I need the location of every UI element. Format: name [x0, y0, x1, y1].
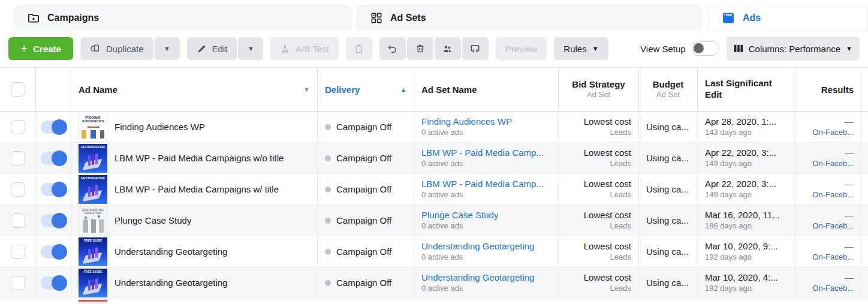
pixel-code-icon [469, 43, 481, 55]
columns-button[interactable]: Columns: Performance ▼ [727, 37, 860, 61]
chevron-down-icon: ▼ [303, 86, 310, 93]
column-header-last-edit[interactable]: Last Significant Edit [698, 68, 795, 111]
undo-button[interactable] [379, 37, 406, 60]
results-value: — [845, 178, 854, 190]
ad-name[interactable]: Understanding Geotargeting [114, 278, 227, 288]
ads-icon [721, 11, 736, 25]
budget-value: Using ca... [646, 246, 689, 257]
pixel-button[interactable] [462, 37, 489, 60]
last-edit-date: Apr 22, 2020, 3:... [705, 147, 776, 159]
chevron-down-icon: ▼ [592, 46, 599, 52]
last-edit-date: Mar 10, 2020, 9:... [705, 240, 778, 252]
select-all-checkbox[interactable] [11, 82, 25, 97]
last-edit-date: Mar 16, 2020, 11... [705, 209, 780, 221]
column-header-ad-name[interactable]: Ad Name ▼ [71, 68, 318, 111]
ad-thumbnail: GEOTARGETING CASE STUDY [79, 206, 107, 235]
edit-dropdown-button[interactable]: ▼ [238, 37, 263, 60]
ad-active-toggle[interactable] [41, 121, 66, 134]
partial-row [0, 299, 868, 304]
ad-name[interactable]: LBM WP - Paid Media Campaigns w/o title [114, 153, 284, 163]
results-type-link[interactable]: On-Faceb... [812, 284, 854, 294]
last-edit-relative: 149 days ago [705, 159, 752, 169]
results-type-link[interactable]: On-Faceb... [812, 128, 854, 138]
results-value: — [845, 240, 854, 252]
audience-button[interactable] [435, 37, 461, 60]
ad-active-toggle[interactable] [41, 276, 66, 290]
ad-thumbnail: GEOTARGETING [79, 144, 107, 173]
results-type-link[interactable]: On-Faceb... [812, 190, 854, 200]
rules-button[interactable]: Rules ▼ [554, 37, 608, 60]
delivery-status: Campaign Off [336, 246, 391, 257]
ad-name[interactable]: Plunge Case Study [114, 215, 191, 225]
column-header-bid-strategy[interactable]: Bid Strategy Ad Set [559, 68, 639, 111]
budget-value: Using ca... [646, 153, 689, 163]
row-checkbox[interactable] [11, 182, 25, 197]
toolbar: + Create Duplicate ▼ Edit [0, 30, 868, 67]
bid-objective: Leads [610, 221, 631, 231]
ad-active-toggle[interactable] [41, 152, 66, 165]
ad-set-link[interactable]: LBM WP - Paid Media Camp... [421, 147, 544, 159]
thumbnail-caption: GEOTARGETING [79, 144, 107, 149]
active-ads-count: 0 active ads [421, 128, 463, 138]
column-header-delivery[interactable]: Delivery ▲ [318, 68, 414, 111]
bid-strategy-value: Lowest cost [584, 272, 631, 284]
ad-active-toggle[interactable] [41, 183, 66, 196]
status-dot-icon [325, 218, 331, 224]
duplicate-dropdown-button[interactable]: ▼ [155, 37, 180, 60]
ad-name[interactable]: LBM WP - Paid Media Campaigns w/ title [114, 184, 279, 194]
row-checkbox[interactable] [11, 151, 25, 165]
column-header-budget[interactable]: Budget Ad Set [639, 68, 698, 111]
columns-icon [734, 44, 743, 53]
ad-thumbnail [79, 300, 107, 304]
results-value: — [845, 116, 854, 128]
ad-active-toggle[interactable] [41, 245, 66, 258]
tab-ad-sets[interactable]: Ad Sets [357, 5, 701, 30]
bid-objective: Leads [610, 252, 631, 263]
results-type-link[interactable]: On-Faceb... [812, 252, 854, 263]
ad-set-link[interactable]: LBM WP - Paid Media Camp... [421, 178, 544, 190]
results-type-link[interactable]: On-Faceb... [812, 159, 854, 169]
delivery-status: Campaign Off [336, 122, 391, 132]
results-type-link[interactable]: On-Faceb... [812, 221, 854, 231]
ad-set-link[interactable]: Understanding Geotargeting [421, 240, 534, 252]
ad-set-link[interactable]: Finding Audiences WP [421, 116, 512, 128]
last-edit-relative: 149 days ago [705, 190, 752, 200]
create-button[interactable]: + Create [8, 37, 73, 60]
delivery-status: Campaign Off [336, 278, 391, 288]
table-row: GEOTARGETING LBM WP - Paid Media Campaig… [0, 143, 868, 174]
row-checkbox[interactable] [11, 245, 25, 259]
ad-set-link[interactable]: Understanding Geotargeting [421, 272, 534, 284]
status-dot-icon [325, 124, 331, 130]
row-checkbox[interactable] [11, 213, 25, 228]
ad-set-link[interactable]: Plunge Case Study [421, 209, 498, 221]
view-setup-toggle[interactable] [692, 41, 719, 56]
delivery-status: Campaign Off [336, 215, 391, 225]
ad-name[interactable]: Finding Audiences WP [114, 122, 205, 132]
duplicate-button[interactable]: Duplicate [80, 37, 153, 60]
clipboard-icon [354, 43, 364, 54]
toggle-knob [694, 43, 704, 53]
ad-name[interactable]: Understanding Geotargeting [114, 246, 227, 257]
ad-thumbnail: FINDING AUDIENCES [79, 113, 107, 142]
toggle-knob [52, 151, 67, 166]
ad-thumbnail: FREE GUIDE [79, 237, 107, 266]
edit-button[interactable]: Edit [187, 37, 237, 60]
tab-ads[interactable]: Ads [709, 5, 868, 30]
row-checkbox[interactable] [11, 120, 25, 134]
table-row: GEOTARGETING CASE STUDY Plunge Case Stud… [0, 205, 868, 236]
active-ads-count: 0 active ads [421, 159, 463, 169]
thumbnail-caption: FREE GUIDE [79, 269, 107, 274]
ad-active-toggle[interactable] [41, 214, 66, 227]
toggle-knob [52, 119, 67, 135]
sort-ascending-icon: ▲ [400, 86, 406, 93]
column-header-results[interactable]: Results [795, 68, 861, 111]
tab-campaigns[interactable]: Campaigns [14, 5, 351, 30]
budget-value: Using ca... [646, 184, 689, 194]
ad-thumbnail: FREE GUIDE [79, 269, 107, 297]
flask-icon [280, 44, 290, 54]
column-header-ad-set-name[interactable]: Ad Set Name [414, 68, 559, 111]
row-checkbox[interactable] [11, 276, 25, 290]
toggle-knob [52, 213, 67, 228]
delete-button[interactable] [407, 37, 433, 60]
table-row: FINDING AUDIENCES Finding Audiences WP C… [0, 112, 868, 143]
